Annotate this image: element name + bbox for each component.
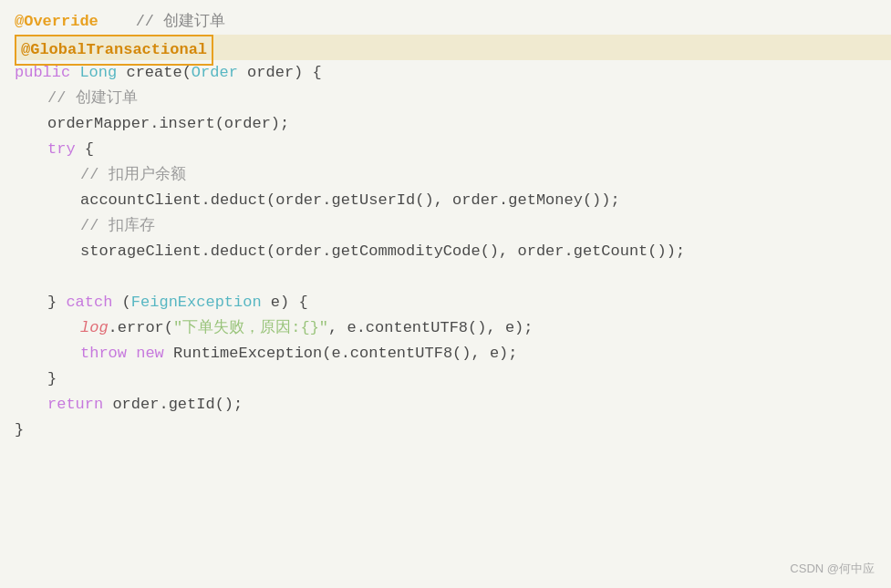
line-7: // 扣用户余额 xyxy=(15,162,891,188)
brace-catch-open: } xyxy=(47,290,66,315)
log-dot: .error( xyxy=(109,315,173,341)
watermark: CSDN @何中应 xyxy=(790,561,875,577)
line-8: accountClient.deduct(order.getUserId(), … xyxy=(15,188,891,213)
code-container: @Override // 创建订单 @GlobalTransactional p… xyxy=(0,0,891,588)
type-order: Order xyxy=(192,60,238,86)
account-client-deduct: accountClient.deduct(order.getUserId(), … xyxy=(80,188,620,213)
method-create: create( xyxy=(117,60,192,86)
comment-1: // 创建订单 xyxy=(98,9,225,35)
log-call: log xyxy=(80,315,109,341)
line-10: storageClient.deduct(order.getCommodityC… xyxy=(15,239,891,264)
order-mapper-insert: orderMapper.insert(order); xyxy=(47,111,289,137)
brace-catch-close: } xyxy=(47,366,57,392)
kw-return: return xyxy=(47,392,103,418)
line-14: throw new RuntimeException(e.contentUTF8… xyxy=(15,341,891,366)
line-17: } xyxy=(15,418,891,443)
code-block: @Override // 创建订单 @GlobalTransactional p… xyxy=(0,9,891,443)
kw-new: new xyxy=(136,341,164,366)
brace-method-close: } xyxy=(15,418,24,443)
annotation-override: @Override xyxy=(15,9,98,35)
param-order: order) { xyxy=(238,60,322,86)
type-long: Long xyxy=(79,60,117,86)
type-feign-exception: FeignException xyxy=(131,290,262,315)
kw-public: public xyxy=(15,60,70,86)
line-3: public Long create(Order order) { xyxy=(15,60,891,86)
line-13: log.error("下单失败，原因:{}", e.contentUTF8(),… xyxy=(15,315,891,341)
throw-space xyxy=(127,341,136,366)
catch-exception: ( xyxy=(112,290,130,315)
kw-try: try xyxy=(47,137,76,162)
return-value: order.getId(); xyxy=(103,392,243,418)
kw-throw: throw xyxy=(80,341,127,366)
comment-create-order: // 创建订单 xyxy=(47,86,138,111)
comment-deduct-storage: // 扣库存 xyxy=(80,213,155,239)
comment-deduct-user: // 扣用户余额 xyxy=(80,162,186,188)
kw-catch: catch xyxy=(66,290,112,315)
storage-client-deduct: storageClient.deduct(order.getCommodityC… xyxy=(80,239,685,264)
runtime-exception: RuntimeException(e.contentUTF8(), e); xyxy=(164,341,518,366)
log-string: "下单失败，原因:{}" xyxy=(173,315,328,341)
line-4: // 创建订单 xyxy=(15,86,891,111)
line-16: return order.getId(); xyxy=(15,392,891,418)
line-15: } xyxy=(15,366,891,392)
line-11 xyxy=(15,264,891,290)
line-2: @GlobalTransactional xyxy=(15,35,891,60)
line-9: // 扣库存 xyxy=(15,213,891,239)
line-1: @Override // 创建订单 xyxy=(15,9,891,35)
catch-var: e) { xyxy=(262,290,308,315)
log-args: , e.contentUTF8(), e); xyxy=(328,315,533,341)
brace-try: { xyxy=(76,137,94,162)
space xyxy=(70,60,79,86)
line-6: try { xyxy=(15,137,891,162)
line-12: } catch (FeignException e) { xyxy=(15,290,891,315)
line-5: orderMapper.insert(order); xyxy=(15,111,891,137)
